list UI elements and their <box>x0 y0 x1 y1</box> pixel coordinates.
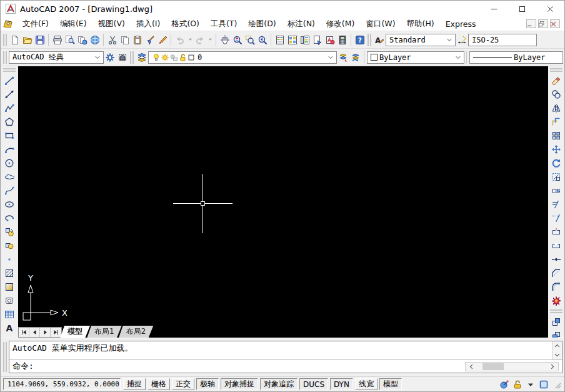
dim-style-button[interactable] <box>456 33 468 47</box>
circle-button[interactable] <box>2 156 16 170</box>
tab-layout1[interactable]: 布局1 <box>87 326 122 338</box>
menu-item-5[interactable]: 格式(O) <box>166 18 205 31</box>
menu-item-10[interactable]: 窗口(W) <box>360 18 401 31</box>
mdi-restore-button[interactable] <box>538 19 548 28</box>
menu-item-6[interactable]: 工具(T) <box>205 18 242 31</box>
erase-button[interactable] <box>549 74 563 88</box>
insert-block-button[interactable] <box>2 225 16 239</box>
toolbar-grip[interactable] <box>550 309 562 313</box>
status-toggle-7[interactable]: DUCS <box>299 378 328 390</box>
status-toggle-6[interactable]: 对象追踪 <box>260 378 298 390</box>
ellipse-button[interactable] <box>2 198 16 211</box>
tab-last-button[interactable] <box>51 328 61 337</box>
break-at-point-button[interactable] <box>549 225 563 239</box>
toolbar-grip[interactable] <box>3 68 16 72</box>
make-block-button[interactable] <box>2 239 16 253</box>
hatch-button[interactable] <box>2 266 16 280</box>
command-prompt-row[interactable]: 命令: <box>9 359 562 373</box>
command-vertical-scrollbar[interactable] <box>552 341 562 359</box>
drawing-canvas[interactable]: Y X 模型布局1布局2 <box>18 66 548 338</box>
menu-item-12[interactable]: Express <box>440 18 482 30</box>
layer-sun-icon[interactable] <box>161 53 169 62</box>
linetype-combo[interactable]: ByLayer <box>469 51 563 64</box>
save-file-button[interactable] <box>34 33 46 47</box>
zoom-window-button[interactable] <box>244 33 256 47</box>
scroll-up-icon[interactable] <box>554 343 561 349</box>
toolbar-grip[interactable] <box>550 68 562 72</box>
layer-viewport-icon[interactable] <box>169 53 178 62</box>
paste-button[interactable] <box>131 33 144 47</box>
layer-manager-button[interactable] <box>136 51 148 64</box>
revision-cloud-button[interactable] <box>2 170 16 184</box>
command-text-area[interactable]: AutoCAD 菜单实用程序已加载。 命令: <box>9 341 562 373</box>
maximize-button[interactable] <box>508 1 536 17</box>
layer-unlock-icon[interactable] <box>178 53 187 62</box>
status-toggle-2[interactable]: 栅格 <box>148 378 170 390</box>
fillet-button[interactable] <box>549 280 563 294</box>
workspace-settings-button[interactable] <box>104 51 116 64</box>
workspace-combo[interactable]: AutoCAD 经典 <box>9 51 104 64</box>
zoom-previous-button[interactable] <box>256 33 269 47</box>
table-button[interactable] <box>2 308 16 321</box>
polyline-button[interactable] <box>2 101 16 115</box>
tab-next-button[interactable] <box>40 328 51 337</box>
join-button[interactable] <box>549 253 563 266</box>
menu-item-1[interactable]: 文件(F) <box>17 18 54 31</box>
menu-item-11[interactable]: 帮助(H) <box>401 18 440 31</box>
undo-arrow[interactable] <box>186 33 194 47</box>
menu-item-3[interactable]: 视图(V) <box>92 18 131 31</box>
construction-line-button[interactable] <box>2 88 16 101</box>
scroll-down-icon[interactable] <box>554 351 561 358</box>
status-toggle-3[interactable]: 正交 <box>172 378 194 390</box>
menu-item-4[interactable]: 插入(I) <box>131 18 166 31</box>
tab-model[interactable]: 模型 <box>60 326 90 338</box>
extend-button[interactable] <box>549 211 563 225</box>
markup-set-manager-button[interactable] <box>324 33 336 47</box>
3d-dwf-button[interactable] <box>89 33 101 47</box>
sheet-set-manager-button[interactable] <box>311 33 324 47</box>
pan-button[interactable] <box>219 33 231 47</box>
zoom-realtime-button[interactable] <box>231 33 244 47</box>
status-toggle-4[interactable]: 极轴 <box>196 378 219 390</box>
gradient-button[interactable] <box>2 280 16 294</box>
properties-palette-button[interactable] <box>274 33 286 47</box>
mdi-close-button[interactable] <box>550 19 560 28</box>
region-button[interactable] <box>2 294 16 308</box>
break-button[interactable] <box>549 239 563 253</box>
communication-center-icon[interactable] <box>499 379 509 389</box>
block-editor-button[interactable] <box>156 33 169 47</box>
layer-on-icon[interactable] <box>152 53 161 62</box>
explode-button[interactable] <box>549 294 563 308</box>
toolbar-lock-icon[interactable] <box>512 379 522 389</box>
new-file-button[interactable] <box>9 33 21 47</box>
command-window-grip[interactable] <box>3 342 8 372</box>
close-button[interactable] <box>536 1 564 17</box>
redo-button[interactable] <box>194 33 206 47</box>
tab-first-button[interactable] <box>19 328 29 337</box>
spline-button[interactable] <box>2 184 16 198</box>
toolbar-grip[interactable] <box>368 34 372 46</box>
designcenter-button[interactable] <box>286 33 299 47</box>
stretch-button[interactable] <box>549 184 563 198</box>
clean-screen-icon[interactable] <box>539 379 549 389</box>
point-button[interactable] <box>2 253 16 266</box>
menu-item-7[interactable]: 绘图(D) <box>242 18 281 31</box>
toolbar-grip[interactable] <box>3 34 8 46</box>
color-combo[interactable]: ByLayer <box>367 51 464 64</box>
toolbar-grip[interactable] <box>130 51 134 64</box>
publish-button[interactable] <box>76 33 89 47</box>
move-button[interactable] <box>549 143 563 156</box>
scrollbar-thumb[interactable] <box>482 363 504 370</box>
plot-button[interactable] <box>51 33 64 47</box>
dim-style-combo[interactable]: ISO-25 <box>468 34 537 46</box>
mdi-minimize-button[interactable] <box>526 19 536 28</box>
redo-arrow[interactable] <box>206 33 214 47</box>
chamfer-button[interactable] <box>549 266 563 280</box>
status-toggle-5[interactable]: 对象捕捉 <box>221 378 258 390</box>
scroll-right-icon[interactable] <box>549 363 556 370</box>
menu-item-2[interactable]: 编辑(E) <box>54 18 92 31</box>
layer-previous-button[interactable] <box>349 51 362 64</box>
status-toggle-8[interactable]: DYN <box>330 378 353 390</box>
polygon-button[interactable] <box>2 115 16 129</box>
chevron-down-icon[interactable] <box>446 36 453 44</box>
